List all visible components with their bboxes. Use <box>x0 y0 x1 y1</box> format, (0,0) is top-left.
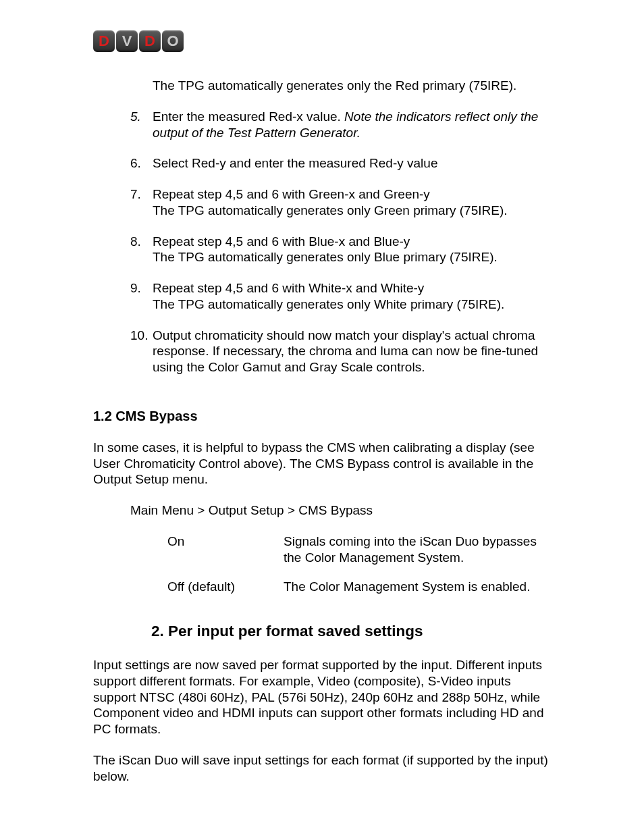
logo-letter-o: O <box>162 30 184 52</box>
logo-letter-d2: D <box>139 30 161 52</box>
heading-2: 2. Per input per format saved settings <box>151 622 556 641</box>
para-line-2: The TPG automatically generates only Whi… <box>153 296 556 313</box>
list-text: Repeat step 4,5 and 6 with Blue-x and Bl… <box>153 234 556 266</box>
logo-letter-d: D <box>93 30 115 52</box>
list-number: 10. <box>130 328 153 375</box>
list-item: 10. Output chromaticity should now match… <box>130 328 556 375</box>
list-number: 5. <box>130 109 153 141</box>
option-row: On Signals coming into the iScan Duo byp… <box>167 533 556 566</box>
heading-1-2: 1.2 CMS Bypass <box>93 408 556 425</box>
option-desc: The Color Management System is enabled. <box>284 579 556 595</box>
text-main: Enter the measured Red-x value. <box>153 109 344 124</box>
list-number: 9. <box>130 280 153 313</box>
para-line-1: Repeat step 4,5 and 6 with Blue-x and Bl… <box>153 234 556 250</box>
list-number: 8. <box>130 234 153 266</box>
para-line-2: The TPG automatically generates only Gre… <box>153 203 556 219</box>
para-line-1: Repeat step 4,5 and 6 with Green-x and G… <box>153 186 556 203</box>
option-row: Off (default) The Color Management Syste… <box>167 579 556 595</box>
dvdo-logo: D V D O <box>93 30 556 52</box>
list-number: 7. <box>130 186 153 219</box>
list-text: Repeat step 4,5 and 6 with Green-x and G… <box>153 186 556 219</box>
section-1-2-para: In some cases, it is helpful to bypass t… <box>93 440 556 488</box>
list-text: Select Red-y and enter the measured Red-… <box>153 155 556 172</box>
numbered-list: The TPG automatically generates only the… <box>93 78 556 375</box>
list-item: 5. Enter the measured Red-x value. Note … <box>130 109 556 141</box>
para-line-1: Repeat step 4,5 and 6 with White-x and W… <box>153 280 556 296</box>
intro-line: The TPG automatically generates only the… <box>153 78 556 94</box>
logo-letter-v: V <box>116 30 138 52</box>
list-item: 9. Repeat step 4,5 and 6 with White-x an… <box>130 280 556 313</box>
option-label: Off (default) <box>167 579 284 595</box>
list-text: Repeat step 4,5 and 6 with White-x and W… <box>153 280 556 313</box>
list-number: 6. <box>130 155 153 172</box>
option-desc: Signals coming into the iScan Duo bypass… <box>284 533 556 566</box>
document-page: D V D O The TPG automatically generates … <box>0 0 644 834</box>
para-line-2: The TPG automatically generates only Blu… <box>153 249 556 265</box>
list-item: 7. Repeat step 4,5 and 6 with Green-x an… <box>130 186 556 219</box>
section-2-para-1: Input settings are now saved per format … <box>93 657 556 737</box>
list-item: 6. Select Red-y and enter the measured R… <box>130 155 556 172</box>
section-2-para-2: The iScan Duo will save input settings f… <box>93 752 556 785</box>
list-item: 8. Repeat step 4,5 and 6 with Blue-x and… <box>130 234 556 266</box>
option-label: On <box>167 533 284 566</box>
list-text: Enter the measured Red-x value. Note the… <box>153 109 556 141</box>
list-text: Output chromaticity should now match you… <box>153 328 556 375</box>
menu-path: Main Menu > Output Setup > CMS Bypass <box>130 502 556 519</box>
